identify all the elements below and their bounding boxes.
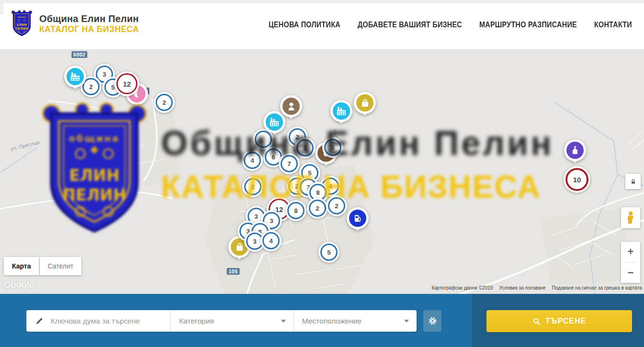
- map-zoom-control: + −: [621, 242, 640, 283]
- main-nav: ЦЕНОВА ПОЛИТИКАДОБАВЕТЕ ВАШИЯТ БИЗНЕСМАР…: [269, 0, 632, 49]
- shield-top-text: община: [18, 16, 26, 18]
- page-top-margin: [0, 0, 644, 3]
- search-button-label: ТЪРСЕНЕ: [545, 317, 586, 326]
- cluster-marker-2-21[interactable]: 2: [326, 195, 347, 216]
- location-dropdown[interactable]: Местоположение: [294, 310, 417, 332]
- cluster-marker-5-28[interactable]: 5: [318, 242, 339, 263]
- attribution-item-0: Картографски данни ©2019: [431, 285, 493, 291]
- factory-pin-marker[interactable]: [330, 100, 352, 130]
- map-type-сателит[interactable]: Сателит: [40, 257, 82, 275]
- nav-item-0[interactable]: ЦЕНОВА ПОЛИТИКА: [269, 21, 340, 29]
- pencil-icon: [35, 317, 44, 325]
- pegman-icon: [625, 211, 636, 224]
- keyword-section: [26, 310, 170, 332]
- cluster-marker-5-8[interactable]: 5: [322, 137, 343, 158]
- advanced-settings-button[interactable]: [423, 310, 441, 332]
- cluster-marker-2-4[interactable]: 2: [154, 92, 175, 113]
- municipality-shield-icon: община ЕЛИН ПЕЛИН: [11, 10, 33, 38]
- cluster-marker-7-11[interactable]: 7: [279, 153, 300, 174]
- search-input-group: Категория Местоположение: [26, 310, 417, 332]
- worker-pin-marker[interactable]: [280, 95, 302, 125]
- search-bar: Категория Местоположение ТЪРСЕНЕ: [0, 294, 644, 347]
- lock-icon: [630, 179, 636, 185]
- google-logo[interactable]: Google: [4, 280, 34, 290]
- nav-item-2[interactable]: МАРШРУТНО РАЗПИСАНИЕ: [479, 21, 577, 29]
- fuel-pin-marker[interactable]: [347, 207, 369, 237]
- zoom-out-button[interactable]: −: [621, 263, 640, 283]
- site-title: Община Елин Пелин: [39, 13, 139, 24]
- header: община ЕЛИН ПЕЛИН Община Елин Пелин КАТА…: [0, 0, 644, 50]
- location-value: Местоположение: [302, 317, 404, 325]
- pegman-button[interactable]: [621, 207, 640, 228]
- search-icon: [532, 317, 541, 325]
- nav-item-3[interactable]: КОНТАКТИ: [594, 21, 632, 29]
- nav-item-1[interactable]: ДОБАВЕТЕ ВАШИЯТ БИЗНЕС: [358, 21, 462, 29]
- map-attribution: Картографски данни ©2019Условия за ползв…: [431, 285, 642, 291]
- keyword-input[interactable]: [50, 316, 162, 326]
- cluster-marker-4-10[interactable]: 4: [242, 150, 263, 171]
- logo-link[interactable]: община ЕЛИН ПЕЛИН Община Елин Пелин КАТА…: [11, 10, 139, 38]
- attribution-item-2[interactable]: Подаване на сигнал за грешка в картата: [552, 285, 642, 291]
- shield-name2: ПЕЛИН: [15, 27, 28, 31]
- cluster-marker-2-13[interactable]: 2: [242, 176, 263, 197]
- cluster-marker-3-7[interactable]: 3: [294, 137, 316, 158]
- cluster-marker-8-19[interactable]: 8: [285, 200, 306, 221]
- cluster-marker-12-3[interactable]: 12: [114, 71, 139, 96]
- map-type-карта[interactable]: Карта: [4, 257, 39, 275]
- page: ул. Преславбул. „Новоселпци“6002105 3 2 …: [0, 0, 644, 347]
- attribution-item-1[interactable]: Условия за ползване: [499, 285, 545, 291]
- bag-pin-marker[interactable]: [354, 92, 376, 122]
- cluster-marker-10-29[interactable]: 10: [564, 166, 590, 193]
- cluster-marker-4-27[interactable]: 4: [260, 230, 282, 251]
- chevron-down-icon: [404, 320, 409, 323]
- church-pin-marker[interactable]: [564, 139, 586, 169]
- zoom-in-button[interactable]: +: [621, 242, 640, 262]
- cluster-marker-2-20[interactable]: 2: [307, 198, 328, 219]
- search-button[interactable]: ТЪРСЕНЕ: [486, 310, 632, 332]
- factory-pin-marker[interactable]: [64, 66, 86, 95]
- site-subtitle: КАТАЛОГ НА БИЗНЕСА: [39, 24, 139, 34]
- category-value: Категория: [179, 317, 281, 325]
- category-dropdown[interactable]: Категория: [170, 310, 293, 332]
- chevron-down-icon: [281, 320, 286, 323]
- shield-name1: ЕЛИН: [17, 23, 27, 27]
- map-type-switch: КартаСателит: [4, 257, 81, 275]
- gear-icon: [428, 316, 437, 325]
- page-corner-margin: [0, 0, 3, 14]
- lock-button[interactable]: [625, 174, 641, 189]
